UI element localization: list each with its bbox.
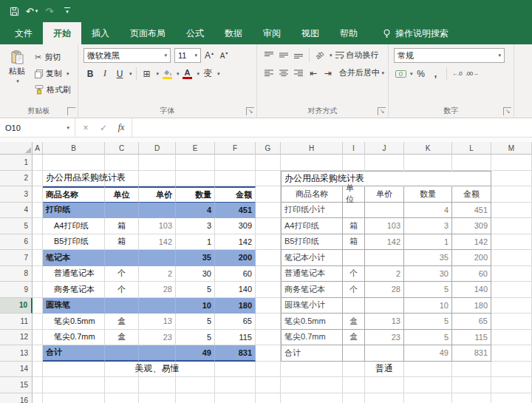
cell-I7[interactable]	[343, 250, 365, 266]
tab-formulas[interactable]: 公式	[176, 22, 214, 44]
cell-D9[interactable]: 28	[139, 282, 176, 298]
cell-F2[interactable]	[215, 171, 256, 187]
cell-F1[interactable]	[215, 155, 256, 171]
cell-K14[interactable]	[404, 362, 452, 378]
cell-M6[interactable]	[491, 234, 532, 251]
phonetic-guide-button[interactable]: 变	[201, 67, 214, 81]
undo-button[interactable]: ↶▾	[24, 3, 40, 19]
cell-I6[interactable]: 箱	[343, 234, 365, 251]
name-box[interactable]: O10 ▾	[0, 118, 75, 137]
tab-view[interactable]: 视图	[291, 22, 330, 44]
cell-G16[interactable]	[256, 393, 281, 403]
cell-B11[interactable]: 笔尖0.5mm	[43, 314, 105, 330]
cell-F12[interactable]: 115	[215, 330, 256, 346]
cell-K4[interactable]: 4	[404, 203, 452, 219]
formula-input[interactable]	[132, 118, 532, 137]
cell-G12[interactable]	[256, 330, 281, 346]
cell-K6[interactable]: 1	[404, 234, 452, 251]
row-header-11[interactable]: 11	[0, 314, 33, 330]
row-header-1[interactable]: 1	[0, 155, 33, 171]
cell-L13[interactable]: 831	[452, 345, 491, 362]
cell-L12[interactable]: 115	[452, 330, 491, 346]
cell-H12[interactable]: 笔尖0.7mm	[281, 330, 343, 346]
cell-E11[interactable]: 5	[176, 314, 215, 330]
cell-M12[interactable]	[491, 330, 532, 346]
decrease-font-size-button[interactable]: A▾	[217, 49, 231, 63]
cell-M1[interactable]	[491, 155, 532, 171]
cell-H10[interactable]: 圆珠笔小计	[281, 298, 343, 314]
format-painter-button[interactable]: 格式刷	[35, 84, 71, 96]
row-header-9[interactable]: 9	[0, 282, 33, 298]
cell-H5[interactable]: A4打印纸	[281, 218, 343, 234]
tab-home[interactable]: 开始	[43, 22, 81, 44]
cell-M16[interactable]	[491, 393, 532, 403]
cell-J7[interactable]	[365, 250, 404, 266]
insert-function-button[interactable]: fx	[112, 122, 130, 133]
align-right-button[interactable]	[292, 66, 305, 80]
cell-E13[interactable]: 49	[176, 345, 215, 362]
font-color-button[interactable]: A	[181, 67, 194, 81]
enter-button[interactable]: ✓	[95, 123, 112, 133]
column-header-L[interactable]: L	[452, 142, 491, 155]
select-all-button[interactable]	[0, 142, 33, 155]
cell-F4[interactable]: 451	[215, 203, 256, 219]
cell-D5[interactable]: 103	[139, 218, 176, 234]
cell-I5[interactable]: 箱	[343, 218, 365, 234]
align-middle-button[interactable]	[277, 48, 290, 62]
cell-K3[interactable]: 数量	[404, 186, 452, 203]
cell-M2[interactable]	[491, 171, 532, 187]
cell-I9[interactable]: 个	[343, 282, 365, 298]
cell-L5[interactable]: 309	[452, 218, 491, 234]
cell-K16[interactable]	[404, 393, 452, 403]
row-header-2[interactable]: 2	[0, 171, 33, 187]
cell-H6[interactable]: B5打印纸	[281, 234, 343, 251]
cell-J6[interactable]: 142	[365, 234, 404, 251]
align-center-button[interactable]	[277, 66, 290, 80]
row-header-12[interactable]: 12	[0, 330, 33, 346]
cell-J11[interactable]: 13	[365, 314, 404, 330]
cell-L6[interactable]: 142	[452, 234, 491, 251]
cell-A15[interactable]	[33, 377, 43, 393]
cell-M13[interactable]	[491, 345, 532, 362]
cell-I8[interactable]: 个	[343, 266, 365, 282]
cell-A8[interactable]	[33, 266, 43, 282]
decrease-indent-button[interactable]: ⇤	[307, 66, 320, 80]
cell-D2[interactable]	[139, 171, 176, 187]
bold-button[interactable]: B	[83, 67, 97, 81]
cell-K7[interactable]: 35	[404, 250, 452, 266]
cell-L9[interactable]: 140	[452, 282, 491, 298]
cell-J5[interactable]: 103	[365, 218, 404, 234]
cell-D3[interactable]: 单价	[139, 186, 176, 203]
cell-C7[interactable]	[105, 250, 139, 266]
cell-C8[interactable]: 个	[105, 266, 139, 282]
cell-F9[interactable]: 140	[215, 282, 256, 298]
column-header-A[interactable]: A	[33, 142, 43, 155]
column-header-D[interactable]: D	[139, 142, 176, 155]
cell-A7[interactable]	[33, 250, 43, 266]
cell-C5[interactable]: 箱	[105, 218, 139, 234]
italic-button[interactable]: I	[98, 67, 112, 81]
cell-I14[interactable]	[343, 362, 365, 378]
cell-E3[interactable]: 数量	[176, 186, 215, 203]
cell-B1[interactable]	[43, 155, 105, 171]
cell-E1[interactable]	[176, 155, 215, 171]
cell-G6[interactable]	[256, 234, 281, 251]
cell-H13[interactable]: 合计	[281, 345, 343, 362]
cell-E7[interactable]: 35	[176, 250, 215, 266]
cell-E10[interactable]: 10	[176, 298, 215, 314]
cell-L11[interactable]: 65	[452, 314, 491, 330]
cell-E5[interactable]: 3	[176, 218, 215, 234]
cell-L7[interactable]: 200	[452, 250, 491, 266]
cell-F13[interactable]: 831	[215, 345, 256, 362]
cell-L1[interactable]	[452, 155, 491, 171]
cell-G1[interactable]	[256, 155, 281, 171]
cell-H11[interactable]: 笔尖0.5mm	[281, 314, 343, 330]
cell-M4[interactable]	[491, 203, 532, 219]
cell-F5[interactable]: 309	[215, 218, 256, 234]
cell-D15[interactable]	[139, 377, 176, 393]
cell-H7[interactable]: 笔记本小计	[281, 250, 343, 266]
cell-C3[interactable]: 单位	[105, 186, 139, 203]
cell-K12[interactable]: 5	[404, 330, 452, 346]
paste-button[interactable]: 粘贴 ▾	[5, 48, 29, 96]
cell-B12[interactable]: 笔尖0.7mm	[43, 330, 105, 346]
